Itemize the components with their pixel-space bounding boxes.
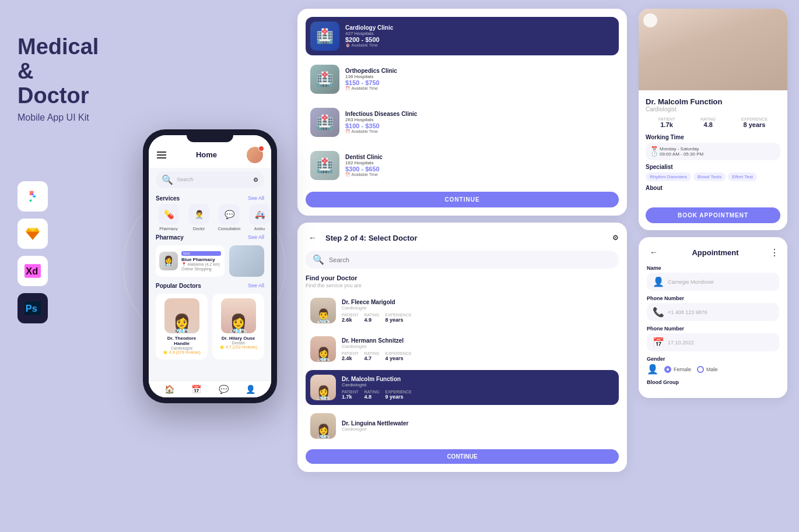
svg-marker-2 xyxy=(33,232,40,240)
popular-doctors-title: Popular Doctors xyxy=(156,283,201,289)
appointment-back-btn[interactable]: ← xyxy=(647,245,661,259)
working-days-text: Monday - Saturday xyxy=(660,146,699,152)
nav-calendar[interactable]: 📅 xyxy=(191,385,201,394)
pharmacy-list: 👩‍⚕️ NEW Blue Pharmacy 📍 Alabama (4.2 km… xyxy=(149,243,271,279)
gender-male[interactable]: Male xyxy=(697,366,718,373)
profile-stats: PATIENT 1.7k RATING 4.8 EXPERIENCE 8 yea… xyxy=(646,117,780,128)
pharmacy-name: Blue Pharmacy xyxy=(181,257,221,262)
services-row: 💊 Pharmacy 👨‍⚕️ Doctor 💬 Consultation 🚑 … xyxy=(149,204,271,231)
working-hours-text: 09:00 AM - 05:30 PM xyxy=(660,152,703,157)
gender-male-label: Male xyxy=(706,367,718,372)
right-area: ← 👩‍⚕️ Dr. Malcolm Function Cardiologist… xyxy=(636,0,799,532)
phone-label: Phone Number xyxy=(647,295,779,301)
filter-icon-step[interactable]: ⚙ xyxy=(612,234,619,242)
pharmacy-badge: NEW xyxy=(181,251,221,256)
phone-input[interactable]: 📞 +1 408 123 9876 xyxy=(647,303,779,321)
select-doctor-continue-btn[interactable]: CONTINUE xyxy=(306,449,619,464)
dentist-name: Dentist Clinic xyxy=(345,154,614,160)
left-panel: Medical & Doctor Mobile App UI Kit xyxy=(0,0,128,532)
pharmacy-card-1[interactable]: 👩‍⚕️ NEW Blue Pharmacy 📍 Alabama (4.2 km… xyxy=(156,245,225,277)
xd-icon: Xd xyxy=(17,256,48,286)
doctor-search-input[interactable] xyxy=(329,256,612,263)
profile-back-button[interactable]: ← xyxy=(643,13,657,27)
doctor-4-list-name: Dr. Linguina Nettlewater xyxy=(342,420,614,427)
appointment-menu-icon[interactable]: ⋮ xyxy=(770,247,779,258)
doctor-list-item-2[interactable]: 👩‍⚕️ Dr. Hermann Schnitzel Cardiologist … xyxy=(306,332,619,367)
popular-doctors-see-all[interactable]: See All xyxy=(248,283,264,289)
doctor-list-item-4[interactable]: 👩‍⚕️ Dr. Linguina Nettlewater Cardiologi… xyxy=(306,408,619,443)
doctor-1-spec: Cardiologist xyxy=(171,346,192,350)
figma-icon xyxy=(17,181,48,212)
service-ambulance[interactable]: 🚑 Ambu xyxy=(247,204,271,231)
back-button[interactable]: ← xyxy=(306,231,320,245)
doctor-1-img: 👩‍⚕️ xyxy=(164,298,199,333)
pharmacy-card-2[interactable] xyxy=(229,245,264,277)
nav-chat[interactable]: 💬 xyxy=(219,385,229,394)
doctor-2-img: 👩‍⚕️ xyxy=(221,298,256,333)
working-days: 📅 Monday - Saturday xyxy=(651,146,775,152)
clinic-orthopedics[interactable]: 🏥 Orthopedics Clinic 136 Hospitals $150 … xyxy=(306,60,619,98)
doctor-card-1[interactable]: 👩‍⚕️ Dr. Theodore Handle Cardiologist ⭐ … xyxy=(156,294,208,360)
pharmacy-see-all[interactable]: See All xyxy=(248,234,264,241)
search-icon-2: 🔍 xyxy=(313,254,324,265)
doctors-grid: 👩‍⚕️ Dr. Theodore Handle Cardiologist ⭐ … xyxy=(149,291,271,362)
stat-rating: RATING 4.8 xyxy=(700,117,716,128)
working-time-title: Working Time xyxy=(646,134,780,140)
filter-icon[interactable]: ⚙ xyxy=(253,177,258,183)
date-input[interactable]: 📅 17.10.2022 xyxy=(647,333,779,351)
stat-patient: PATIENT 1.7k xyxy=(658,117,675,128)
radio-male[interactable] xyxy=(697,366,704,373)
gender-field: Gender 👤 Female Male xyxy=(647,356,779,375)
name-input[interactable]: 👤 Carnegie Mondover xyxy=(647,273,779,291)
clinic-cardiology[interactable]: 🏥 Cardiology Clinic 427 Hospitals $200 -… xyxy=(306,17,619,55)
doctor-2-list-name: Dr. Hermann Schnitzel xyxy=(342,337,614,344)
doctor-search-bar[interactable]: 🔍 xyxy=(306,251,619,269)
search-icon: 🔍 xyxy=(162,174,173,185)
pharmacy-header: Pharmacy See All xyxy=(149,231,271,243)
infectious-img: 🏥 xyxy=(310,108,339,137)
cardiology-count: 427 Hospitals xyxy=(345,31,614,36)
hamburger-menu[interactable] xyxy=(157,152,166,158)
appointment-card: ← Appointment ⋮ Name 👤 Carnegie Mondover… xyxy=(639,237,787,398)
ambulance-icon: 🚑 xyxy=(249,204,270,225)
clinics-continue-btn[interactable]: CONTINUE xyxy=(306,192,619,207)
service-pharmacy[interactable]: 💊 Pharmacy xyxy=(156,204,181,231)
blood-group-field: Blood Group xyxy=(647,379,779,385)
calendar-icon: 📅 xyxy=(653,337,664,348)
doctor-1-name: Dr. Theodore Handle xyxy=(160,336,203,346)
clinic-cardiology-info: Cardiology Clinic 427 Hospitals $200 - $… xyxy=(345,24,614,48)
service-consultation[interactable]: 💬 Consultation xyxy=(216,204,242,231)
radio-female[interactable] xyxy=(664,366,671,373)
cardiology-img: 🏥 xyxy=(310,22,339,51)
phone-search-bar[interactable]: 🔍 Search ⚙ xyxy=(156,171,264,188)
nav-home[interactable]: 🏠 xyxy=(164,385,174,394)
gender-options: 👤 Female Male xyxy=(647,364,779,375)
doctor-card-2[interactable]: 👩‍⚕️ Dr. Hilary Ouse Dentist ⭐ 4.7 (152 … xyxy=(212,294,264,360)
doctor-1-rating: ⭐ 4.8 (378 reviews) xyxy=(163,350,201,355)
date-field: Phone Number 📅 17.10.2022 xyxy=(647,326,779,351)
services-see-all[interactable]: See All xyxy=(248,195,264,202)
doctor-2-spec: Dentist xyxy=(232,341,245,345)
pharmacy-title: Pharmacy xyxy=(156,234,184,241)
profile-info: Dr. Malcolm Function Cardiologist PATIEN… xyxy=(639,90,787,230)
tag-effort: Effort Test xyxy=(728,172,757,181)
service-doctor[interactable]: 👨‍⚕️ Doctor xyxy=(186,204,212,231)
phone-device: Home 🔍 Search ⚙ Services See All 💊 Pharm… xyxy=(143,129,277,403)
doctor-list-item-3[interactable]: 👩‍⚕️ Dr. Malcolm Function Cardiologist P… xyxy=(306,370,619,405)
nav-profile[interactable]: 👤 xyxy=(246,385,255,394)
clinic-dentist[interactable]: 🏥 Dentist Clinic 162 Hospitals $300 - $6… xyxy=(306,146,619,185)
name-field: Name 👤 Carnegie Mondover xyxy=(647,265,779,291)
doctor-2-list-spec: Cardiologist xyxy=(342,344,614,349)
cardiology-name: Cardiology Clinic xyxy=(345,24,614,31)
book-appointment-btn[interactable]: BOOK APPOINTMENT xyxy=(646,207,780,223)
user-avatar[interactable] xyxy=(247,147,263,163)
doctor-list-item-1[interactable]: 👨‍⚕️ Dr. Fleece Marigold Cardiologist PA… xyxy=(306,293,619,328)
stat-exp-label: EXPERIENCE xyxy=(741,117,768,121)
doctor-1-list-spec: Cardiologist xyxy=(342,305,614,311)
doctor-4-info: Dr. Linguina Nettlewater Cardiologist xyxy=(342,420,614,432)
gender-female[interactable]: Female xyxy=(664,366,691,373)
phone-nav: 🏠 📅 💬 👤 xyxy=(149,380,271,397)
clinic-infectious[interactable]: 🏥 Infectious Diseases Clinic 263 Hospita… xyxy=(306,103,619,142)
pharmacy-info: NEW Blue Pharmacy 📍 Alabama (4.2 km) Onl… xyxy=(181,251,221,271)
pharmacy-tag: Online Shopping xyxy=(181,267,221,271)
